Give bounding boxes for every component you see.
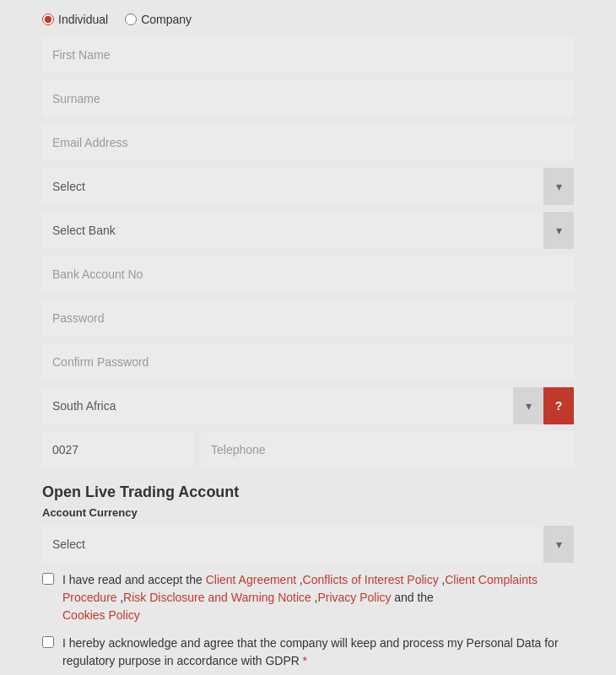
telephone-input[interactable] [201,431,574,468]
select-bank-dropdown[interactable]: Select Bank [42,212,574,249]
phone-code-input[interactable] [42,431,194,468]
country-wrapper: South Africa ▾ ? [42,387,574,424]
company-radio[interactable] [125,14,137,25]
gdpr-text: I hereby acknowledge and agree that the … [62,634,574,670]
confirm-password-input[interactable] [42,343,574,381]
agreement-text: I have read and accept the Client Agreem… [62,571,574,624]
agreement-checkbox-group: I have read and accept the Client Agreem… [42,571,574,624]
gdpr-checkbox[interactable] [42,636,54,648]
client-agreement-link[interactable]: Client Agreement [206,573,296,586]
select-bank-wrapper: Select Bank ▾ [42,212,574,249]
first-name-input[interactable] [42,36,574,73]
gdpr-checkbox-group: I hereby acknowledge and agree that the … [42,634,574,670]
registration-form: Individual Company Select ▾ Select Bank … [42,13,574,675]
email-input[interactable] [42,124,574,161]
trading-section-title: Open Live Trading Account [42,483,574,501]
company-radio-label[interactable]: Company [125,13,192,26]
privacy-link[interactable]: Privacy Policy [317,591,391,604]
select-dropdown[interactable]: Select [42,168,574,205]
individual-radio[interactable] [42,14,54,25]
account-currency-label: Account Currency [42,506,574,519]
risk-link[interactable]: Risk Disclosure and Warning Notice [123,591,311,604]
country-row: South Africa ▾ ? [42,387,574,424]
phone-row [42,431,574,468]
country-chevron-icon: ▾ [513,387,543,424]
currency-select[interactable]: Select [42,526,574,563]
help-button[interactable]: ? [543,387,574,424]
account-type-group: Individual Company [42,13,574,26]
currency-wrapper: Select ▾ [42,526,574,563]
asterisk: * [303,654,307,667]
agreement-checkbox[interactable] [42,573,54,585]
country-select[interactable]: South Africa [42,387,513,424]
password-input[interactable] [42,300,574,337]
cookies-link[interactable]: Cookies Policy [62,608,140,622]
individual-label: Individual [58,13,108,26]
company-label: Company [141,13,192,26]
individual-radio-label[interactable]: Individual [42,13,108,26]
conflicts-link[interactable]: Conflicts of Interest Policy [303,573,439,586]
select-wrapper: Select ▾ [42,168,574,205]
surname-input[interactable] [42,80,574,117]
bank-account-input[interactable] [42,256,574,293]
